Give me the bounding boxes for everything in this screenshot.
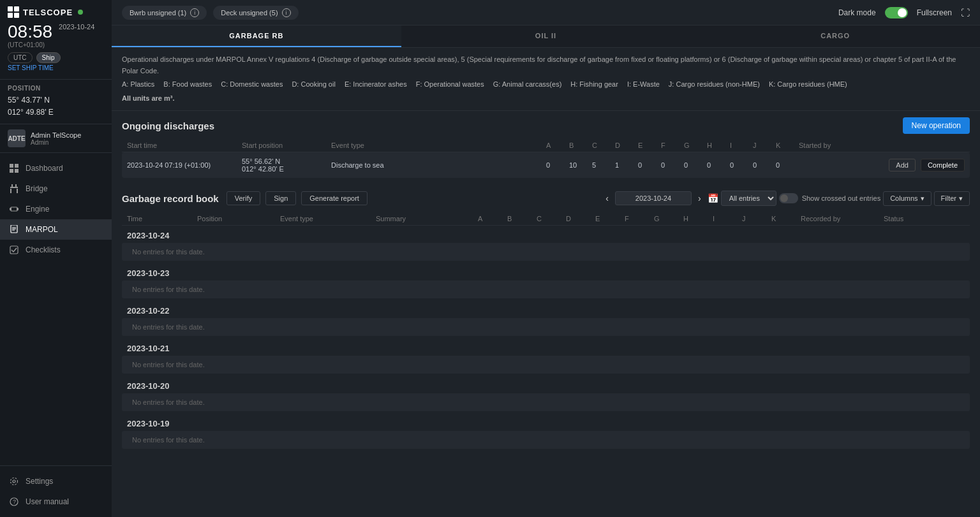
sidebar-item-user-manual[interactable]: ? User manual [0, 492, 112, 512]
sidebar-header: TELSCOPE 08:58 (UTC+01:00) 2023-10-24 UT… [0, 0, 112, 80]
generate-report-button[interactable]: Generate report [301, 191, 368, 205]
grb-title: Garbage record book [122, 193, 219, 204]
user-role: Admin [31, 139, 81, 146]
clock-display: 08:58 (UTC+01:00) [8, 23, 52, 48]
grb-date-group: 2023-10-22No entries for this date. [122, 301, 970, 336]
main-content: Bwrb unsigned (1) i Deck unsigned (5) i … [112, 0, 980, 517]
discharge-position: 55° 56.62' N 012° 42.80' E [242, 157, 331, 173]
no-entries-row: No entries for this date. [122, 280, 970, 298]
svg-rect-5 [11, 184, 13, 187]
tab-cargo[interactable]: CARGO [690, 25, 980, 47]
discharge-event-type: Discharge to sea [331, 161, 433, 169]
svg-rect-3 [15, 169, 19, 173]
svg-rect-10 [10, 208, 11, 210]
grb-date-group: 2023-10-24No entries for this date. [122, 226, 970, 261]
svg-point-17 [13, 480, 15, 483]
entries-select[interactable]: All entries [721, 191, 776, 206]
bwrb-unsigned-button[interactable]: Bwrb unsigned (1) i [122, 6, 207, 20]
utc-button[interactable]: UTC [8, 52, 33, 63]
filter-icon: ▾ [959, 194, 963, 203]
sidebar-item-marpol[interactable]: MARPOL [0, 219, 112, 240]
columns-button[interactable]: Columns ▾ [883, 191, 931, 206]
dark-mode-label: Dark mode [838, 8, 876, 17]
sidebar-item-engine[interactable]: Engine [0, 199, 112, 219]
svg-rect-9 [11, 207, 17, 211]
no-entries-row: No entries for this date. [122, 318, 970, 336]
sidebar-item-bridge[interactable]: Bridge [0, 178, 112, 199]
grb-date-group-header: 2023-10-19 [122, 414, 970, 431]
filter-button[interactable]: Filter ▾ [934, 191, 970, 206]
discharge-add-button[interactable]: Add [889, 159, 916, 171]
grb-date-group: 2023-10-21No entries for this date. [122, 339, 970, 374]
crossed-out-toggle[interactable] [779, 193, 798, 203]
grb-date-group: 2023-10-23No entries for this date. [122, 263, 970, 298]
set-ship-time-link[interactable]: SET SHIP TIME [8, 64, 104, 71]
sign-button[interactable]: Sign [265, 191, 296, 205]
bwrb-info-icon: i [190, 8, 199, 17]
position-value: 55° 43.77' N 012° 49.88' E [8, 94, 104, 119]
engine-icon [9, 204, 19, 214]
svg-rect-4 [10, 187, 18, 188]
user-section: ADTE Admin TelScope Admin [0, 124, 112, 153]
grid-icon [9, 163, 19, 173]
new-operation-button[interactable]: New operation [903, 117, 970, 134]
svg-rect-16 [10, 246, 18, 254]
date-input[interactable] [615, 191, 692, 205]
discharge-table-header: Start time Start position Event type A B… [122, 139, 970, 152]
fullscreen-icon[interactable]: ⛶ [961, 8, 970, 18]
svg-rect-7 [10, 189, 11, 193]
grb-date-group: 2023-10-20No entries for this date. [122, 376, 970, 411]
calendar-icon[interactable]: 📅 [708, 193, 718, 203]
sidebar-nav: Dashboard Bridge Engine MARPOL Checklist… [0, 153, 112, 465]
sidebar-item-checklists[interactable]: Checklists [0, 240, 112, 260]
next-date-button[interactable]: › [694, 192, 705, 205]
discharge-complete-button[interactable]: Complete [921, 159, 965, 171]
svg-rect-6 [15, 184, 17, 187]
content-area: Operational discharges under MARPOL Anne… [112, 48, 980, 517]
grb-table-header: Time Position Event type Summary A B C D… [122, 212, 970, 226]
bridge-icon [9, 184, 19, 194]
units-row: All units are m³. [122, 93, 970, 105]
svg-rect-8 [17, 189, 18, 193]
time-row: 08:58 (UTC+01:00) 2023-10-24 [8, 23, 104, 48]
tab-garbage-rb[interactable]: GARBAGE RB [112, 25, 401, 47]
legend-row: A: Plastics B: Food wastes C: Domestic w… [122, 79, 970, 91]
info-banner: Operational discharges under MARPOL Anne… [112, 48, 980, 111]
sidebar-item-dashboard[interactable]: Dashboard [0, 158, 112, 178]
dark-mode-toggle[interactable] [885, 7, 908, 18]
logo-icon [8, 6, 19, 18]
svg-rect-11 [17, 208, 19, 210]
latitude: 55° 43.77' N [8, 94, 104, 106]
settings-icon [9, 476, 19, 486]
no-entries-row: No entries for this date. [122, 393, 970, 411]
deck-info-icon: i [282, 8, 291, 17]
discharge-start-time: 2023-10-24 07:19 (+01:00) [127, 161, 242, 169]
grb-date-groups: 2023-10-24No entries for this date.2023-… [122, 226, 970, 449]
verify-button[interactable]: Verify [226, 191, 261, 205]
svg-point-18 [11, 478, 18, 485]
svg-text:?: ? [13, 499, 16, 505]
sidebar-item-settings[interactable]: Settings [0, 471, 112, 492]
no-entries-row: No entries for this date. [122, 356, 970, 374]
deck-unsigned-button[interactable]: Deck unsigned (5) i [213, 6, 298, 20]
grb-date-nav: ‹ › 📅 All entries Show crossed out entri… [602, 191, 970, 206]
ongoing-discharges-header: Ongoing discharges New operation [122, 117, 970, 134]
svg-rect-1 [15, 164, 19, 168]
timezone: (UTC+01:00) [8, 41, 52, 48]
longitude: 012° 49.88' E [8, 106, 104, 119]
toggle-crossed-out: Show crossed out entries [779, 193, 881, 203]
svg-rect-0 [10, 164, 13, 168]
no-entries-row: No entries for this date. [122, 431, 970, 449]
position-label: POSITION [8, 85, 104, 92]
grb-section: Garbage record book Verify Sign Generate… [112, 184, 980, 458]
tab-strip: GARBAGE RB OIL II CARGO [112, 25, 980, 48]
topbar: Bwrb unsigned (1) i Deck unsigned (5) i … [112, 0, 980, 25]
sidebar-logo: TELSCOPE [8, 6, 104, 18]
tab-oil-ii[interactable]: OIL II [401, 25, 691, 47]
utc-buttons: UTC Ship [8, 52, 104, 63]
sidebar-bottom: Settings ? User manual [0, 465, 112, 517]
ongoing-discharges-title: Ongoing discharges [122, 120, 214, 131]
sidebar: TELSCOPE 08:58 (UTC+01:00) 2023-10-24 UT… [0, 0, 112, 517]
prev-date-button[interactable]: ‹ [602, 192, 612, 205]
ship-button[interactable]: Ship [36, 52, 61, 63]
